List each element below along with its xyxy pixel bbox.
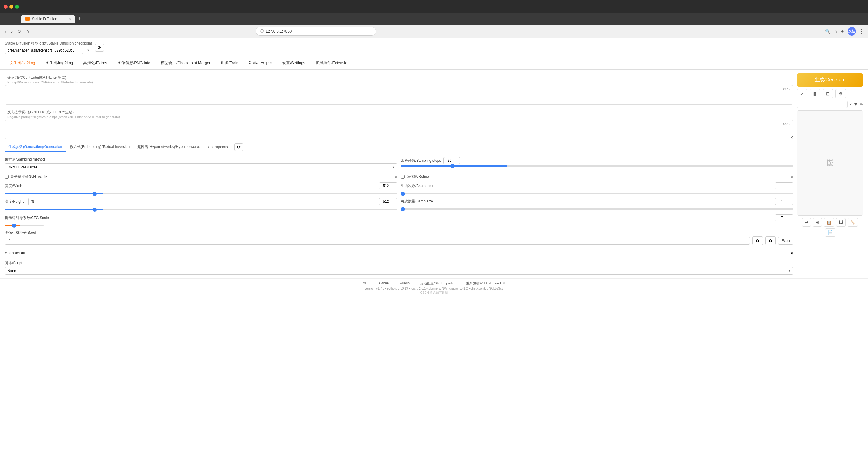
seed-extra-btn[interactable]: Extra xyxy=(778,237,793,245)
right-action-back-btn[interactable]: ↩ xyxy=(802,218,811,227)
hires-fix-collapse[interactable]: ◄ xyxy=(394,175,397,179)
style-x-btn[interactable]: × xyxy=(849,102,852,107)
cfg-scale-row: 提示词引导系数/CFG Scale xyxy=(5,214,793,227)
address-text: 127.0.0.1:7860 xyxy=(266,29,292,33)
style-dropdown-btn[interactable]: ▼ xyxy=(854,102,858,107)
browser-chrome xyxy=(0,0,868,13)
right-action-grid-btn[interactable]: ⊞ xyxy=(813,218,822,227)
width-input[interactable] xyxy=(379,182,397,190)
tab-extensions[interactable]: 扩展插件/Extensions xyxy=(311,57,356,69)
footer-api-link[interactable]: API xyxy=(363,281,368,286)
bookmark-icon[interactable]: ☆ xyxy=(834,29,838,34)
action-grid-btn[interactable]: ⊞ xyxy=(823,89,833,98)
sampling-method-col: 采样器/Sampling method DPM++ 2M Karras DPM+… xyxy=(5,157,397,171)
refiner-checkbox[interactable] xyxy=(401,175,405,179)
traffic-light-green[interactable] xyxy=(15,5,19,9)
user-avatar[interactable]: 文桂 xyxy=(847,27,856,36)
tab-img2img[interactable]: 图生图/img2img xyxy=(41,57,78,69)
model-refresh-btn[interactable]: ⟳ xyxy=(95,44,104,52)
traffic-light-yellow[interactable] xyxy=(9,5,13,9)
nav-forward-btn[interactable]: › xyxy=(10,27,14,35)
generate-btn[interactable]: 生成/Generate xyxy=(797,73,863,87)
cfg-scale-slider[interactable] xyxy=(5,225,44,226)
footer-gradio-link[interactable]: Gradio xyxy=(400,281,410,286)
address-bar[interactable]: ⓘ 127.0.0.1:7860 xyxy=(255,27,376,36)
pencil-edit-btn[interactable]: ✏ xyxy=(860,102,863,107)
refiner-collapse[interactable]: ◄ xyxy=(789,175,793,179)
nav-back-btn[interactable]: ‹ xyxy=(4,27,7,35)
action-arrow-btn[interactable]: ↙ xyxy=(797,89,807,98)
footer-sep1: • xyxy=(373,281,374,286)
batch-count-row: 生成次数/Batch count xyxy=(401,182,793,195)
hires-fix-checkbox[interactable] xyxy=(5,175,9,179)
image-display-area: 🖼 xyxy=(797,110,863,216)
new-tab-btn[interactable]: + xyxy=(78,16,81,22)
batch-count-input[interactable] xyxy=(775,182,793,190)
right-action-bone-btn[interactable]: 🦴 xyxy=(847,218,858,227)
footer-watermark: CSDN @这都不是我 xyxy=(5,291,863,295)
right-action-clip-btn[interactable]: 📋 xyxy=(824,218,834,227)
sub-tabs-refresh-btn[interactable]: ⟳ xyxy=(235,144,243,151)
script-select[interactable]: None X/Y/Z plot Prompt matrix Prompt S/R xyxy=(5,267,793,275)
sampling-row: 采样器/Sampling method DPM++ 2M Karras DPM+… xyxy=(5,157,793,171)
tab-settings[interactable]: 设置/Settings xyxy=(277,57,310,69)
batch-size-label: 每次数量/Batch size xyxy=(401,199,433,204)
sub-tab-generation[interactable]: 生成参数(Generation)/Generation xyxy=(5,142,66,152)
sampling-steps-slider[interactable] xyxy=(401,165,793,167)
negative-prompt-input[interactable] xyxy=(5,120,793,139)
swap-dimensions-btn[interactable]: ⇅ xyxy=(28,198,37,205)
tab-close-btn[interactable]: × xyxy=(69,17,71,21)
hires-fix-row: 高分辨率修复/Hires. fix ◄ xyxy=(5,174,397,179)
dimensions-col: 宽度/Width 高度/Height ⇅ xyxy=(5,182,397,211)
sub-tab-hypernetworks[interactable]: 超网络(Hypernetworks)/Hypernetworks xyxy=(134,142,204,152)
nav-refresh-btn[interactable]: ↺ xyxy=(16,27,23,35)
batch-count-label: 生成次数/Batch count xyxy=(401,184,435,189)
sampling-steps-input[interactable]: 20 xyxy=(443,157,460,164)
height-slider[interactable] xyxy=(5,209,397,210)
footer-reload-link[interactable]: 重新加载WebUI/Reload UI xyxy=(466,281,505,286)
sub-tab-checkpoints[interactable]: Checkpoints xyxy=(204,143,231,152)
action-settings-btn[interactable]: ⚙ xyxy=(835,89,846,98)
tab-merge[interactable]: 模型合并/Checkpoint Merger xyxy=(156,57,215,69)
seed-row: ♻ ♻ Extra xyxy=(5,236,793,245)
seed-reuse-btn[interactable]: ♻ xyxy=(765,236,776,245)
footer-startup-link[interactable]: 启动配置/Startup profile xyxy=(421,281,456,286)
sampling-method-select-wrapper: DPM++ 2M Karras DPM++ SDE Karras Euler a… xyxy=(5,163,397,171)
animatediff-collapse-btn[interactable]: ◄ xyxy=(789,251,793,255)
model-select[interactable]: dreamshaper_8.safetensors [879db523c3] xyxy=(5,47,83,54)
positive-prompt-label: 提示词(按Ctrl+Enter或Alt+Enter生成) Prompt/Prom… xyxy=(5,73,793,85)
tab-pnginfo[interactable]: 图像信息/PNG Info xyxy=(113,57,155,69)
seed-random-btn[interactable]: ♻ xyxy=(752,236,763,245)
script-label: 脚本/Script xyxy=(5,261,793,266)
tab-train[interactable]: 训练/Train xyxy=(216,57,243,69)
tab-extras[interactable]: 高清化/Extras xyxy=(79,57,112,69)
animatediff-title: AnimateDiff xyxy=(5,251,789,255)
browser-menu-icon[interactable]: ⋮ xyxy=(859,28,864,35)
height-input[interactable] xyxy=(379,198,397,205)
traffic-light-red[interactable] xyxy=(4,5,7,9)
animatediff-section[interactable]: AnimateDiff ◄ xyxy=(5,248,793,258)
batch-size-slider[interactable] xyxy=(401,209,793,210)
cfg-scale-input[interactable] xyxy=(775,214,793,221)
tab-civitai[interactable]: Civitai Helper xyxy=(244,57,277,69)
width-slider[interactable] xyxy=(5,193,397,194)
active-tab[interactable]: Stable Diffusion × xyxy=(21,15,75,23)
positive-prompt-input[interactable] xyxy=(5,85,793,104)
action-trash-btn[interactable]: 🗑 xyxy=(809,89,820,98)
nav-home-btn[interactable]: ⌂ xyxy=(25,27,30,35)
search-icon[interactable]: 🔍 xyxy=(825,29,831,34)
nav-bar: ‹ › ↺ ⌂ ⓘ 127.0.0.1:7860 🔍 ☆ ⊞ 文桂 ⋮ xyxy=(0,25,868,38)
tab-txt2img[interactable]: 文生图/txt2img xyxy=(5,57,40,69)
batch-size-input[interactable] xyxy=(775,198,793,205)
right-action-doc-btn[interactable]: 📄 xyxy=(825,228,835,237)
footer-github-link[interactable]: Github xyxy=(379,281,389,286)
script-section: 脚本/Script None X/Y/Z plot Prompt matrix … xyxy=(5,261,793,275)
image-placeholder-icon: 🖼 xyxy=(827,159,834,167)
sub-tab-embedding[interactable]: 嵌入式(Embedding)/Textual Inversion xyxy=(66,142,133,152)
sidebar-icon[interactable]: ⊞ xyxy=(841,29,844,34)
style-input[interactable] xyxy=(797,101,847,108)
batch-count-slider[interactable] xyxy=(401,193,793,194)
sampling-method-select[interactable]: DPM++ 2M Karras DPM++ SDE Karras Euler a… xyxy=(5,163,397,171)
right-action-img-btn[interactable]: 🖼 xyxy=(836,218,846,227)
seed-input[interactable] xyxy=(5,237,750,245)
